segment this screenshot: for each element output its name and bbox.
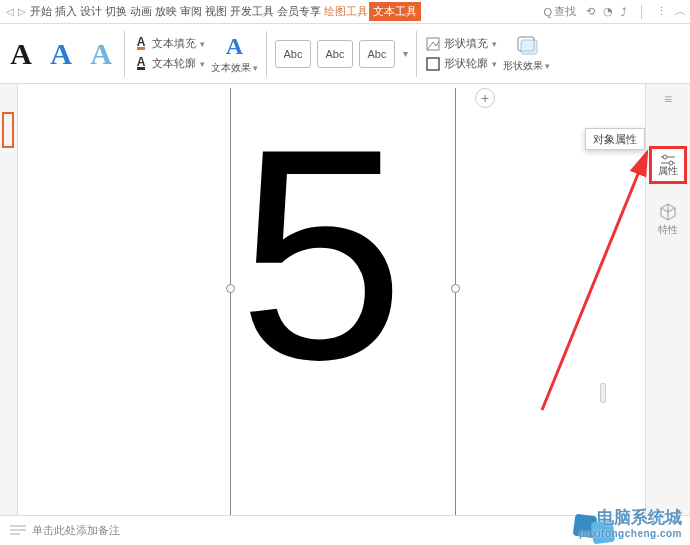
shape-style-more-icon[interactable]: ▾ — [403, 48, 408, 59]
shape-effect-button[interactable]: 形状效果 ▾ — [503, 34, 550, 73]
features-label: 特性 — [658, 223, 678, 237]
cloud-sync-icon[interactable]: ⟲ — [586, 5, 595, 18]
sidebar-menu-icon[interactable]: ≡ — [657, 92, 679, 106]
text-fill-icon: A — [133, 36, 149, 52]
text-fill-button[interactable]: A 文本填充 ▾ — [133, 36, 205, 52]
menu-design[interactable]: 设计 — [78, 4, 103, 19]
shape-fill-icon — [425, 36, 441, 52]
shape-fill-button[interactable]: 形状填充 ▾ — [425, 36, 497, 52]
wordart-style-1[interactable]: A — [6, 34, 36, 74]
shape-fill-label: 形状填充 — [444, 36, 488, 51]
menu-view[interactable]: 视图 — [203, 4, 228, 19]
slide-thumbnail-panel[interactable] — [0, 84, 18, 515]
ribbon-divider — [416, 31, 417, 77]
menu-slideshow[interactable]: 放映 — [153, 4, 178, 19]
menu-switch[interactable]: 切换 — [103, 4, 128, 19]
object-properties-tooltip: 对象属性 — [585, 128, 645, 150]
properties-label: 属性 — [658, 164, 678, 178]
wordart-style-gallery[interactable]: A A A — [6, 34, 116, 74]
text-effect-label: 文本效果 — [211, 61, 251, 75]
menu-vip[interactable]: 会员专享 — [275, 4, 322, 19]
properties-panel-button[interactable]: 属性 — [649, 146, 687, 184]
menu-drawing-tools[interactable]: 绘图工具 — [322, 4, 369, 19]
cloud-icon[interactable]: ◔ — [603, 5, 613, 18]
resize-handle-right[interactable] — [451, 284, 460, 293]
plus-icon: + — [481, 90, 489, 106]
scrollbar-marker[interactable] — [600, 383, 606, 403]
shape-outline-label: 形状轮廓 — [444, 56, 488, 71]
textbox-border-right — [455, 88, 456, 515]
menu-insert[interactable]: 插入 — [53, 4, 78, 19]
svg-rect-3 — [521, 40, 537, 54]
right-sidebar: ≡ 属性 特性 — [645, 84, 690, 515]
text-outline-button[interactable]: A 文本轮廓 ▾ — [133, 56, 205, 72]
dropdown-icon: ▾ — [545, 61, 550, 71]
menu-animation[interactable]: 动画 — [128, 4, 153, 19]
ribbon: A A A A 文本填充 ▾ A 文本轮廓 ▾ A 文本效果 ▾ Abc Abc… — [0, 24, 690, 84]
text-outline-icon: A — [133, 56, 149, 72]
search-area[interactable]: Q 查找 — [543, 4, 576, 19]
nav-back-icon[interactable]: ◁ — [6, 6, 14, 17]
ribbon-divider — [124, 31, 125, 77]
dropdown-icon: ▾ — [200, 59, 205, 69]
notes-icon[interactable] — [10, 524, 26, 538]
shape-style-2[interactable]: Abc — [317, 40, 353, 68]
menu-review[interactable]: 审阅 — [178, 4, 203, 19]
notes-placeholder[interactable]: 单击此处添加备注 — [32, 523, 120, 538]
slide-text-content[interactable]: 5 — [238, 104, 405, 404]
more-icon[interactable]: ⋮ — [656, 5, 667, 18]
cube-icon — [658, 202, 678, 222]
shape-style-gallery[interactable]: Abc Abc Abc ▾ — [275, 40, 408, 68]
text-outline-label: 文本轮廓 — [152, 56, 196, 71]
svg-rect-1 — [427, 58, 439, 70]
search-icon: Q — [543, 6, 552, 18]
shape-effect-label: 形状效果 — [503, 59, 543, 73]
textbox-border-left — [230, 88, 231, 515]
features-panel-button[interactable]: 特性 — [658, 202, 678, 237]
dropdown-icon: ▾ — [200, 39, 205, 49]
shape-outline-icon — [425, 56, 441, 72]
wordart-style-3[interactable]: A — [86, 34, 116, 74]
sliders-icon — [659, 152, 677, 164]
menu-start[interactable]: 开始 — [28, 4, 53, 19]
collapse-ribbon-icon[interactable]: ︿ — [675, 4, 686, 19]
add-element-button[interactable]: + — [475, 88, 495, 108]
resize-handle-left[interactable] — [226, 284, 235, 293]
menu-bar: ◁ ▷ 开始 插入 设计 切换 动画 放映 审阅 视图 开发工具 会员专享 绘图… — [0, 0, 690, 24]
search-label: 查找 — [554, 4, 576, 19]
wordart-style-2[interactable]: A — [46, 34, 76, 74]
dropdown-icon: ▾ — [492, 39, 497, 49]
dropdown-icon: ▾ — [253, 63, 258, 73]
text-fill-label: 文本填充 — [152, 36, 196, 51]
svg-point-5 — [663, 155, 667, 159]
workspace: 5 + 对象属性 — [0, 84, 645, 515]
menu-developer[interactable]: 开发工具 — [228, 4, 275, 19]
menu-text-tool[interactable]: 文本工具 — [369, 2, 421, 21]
shape-style-1[interactable]: Abc — [275, 40, 311, 68]
shape-outline-button[interactable]: 形状轮廓 ▾ — [425, 56, 497, 72]
text-effect-icon: A — [226, 33, 243, 60]
divider — [641, 5, 642, 19]
dropdown-icon: ▾ — [492, 59, 497, 69]
text-effect-button[interactable]: A 文本效果 ▾ — [211, 33, 258, 75]
slide-canvas[interactable]: 5 + 对象属性 — [18, 84, 645, 515]
slide-thumbnail-1[interactable] — [2, 112, 14, 148]
share-icon[interactable]: ⤴ — [621, 6, 627, 18]
footer-bar: 单击此处添加备注 — [0, 515, 690, 545]
ribbon-divider — [266, 31, 267, 77]
shape-style-3[interactable]: Abc — [359, 40, 395, 68]
nav-fwd-icon[interactable]: ▷ — [18, 6, 26, 17]
shape-effect-icon — [514, 34, 540, 58]
